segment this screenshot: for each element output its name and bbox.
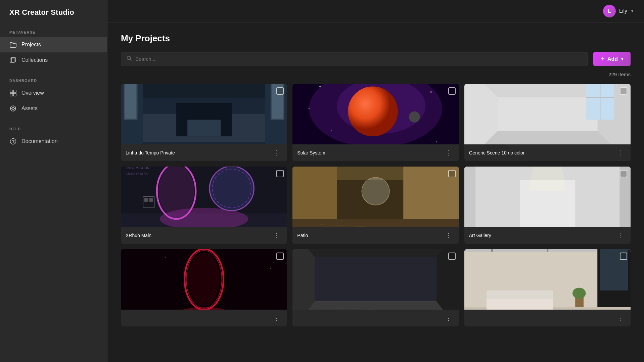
user-name: Lily	[619, 8, 627, 14]
svg-rect-0	[10, 43, 16, 47]
add-chevron-icon: ▾	[621, 57, 623, 61]
svg-marker-48	[464, 84, 498, 144]
main-content: L Lily ▾ My Projects + Add ▾	[107, 0, 644, 362]
sidebar-section-metaverse: METAVERSE	[0, 26, 107, 37]
project-card[interactable]: ⋮	[121, 249, 287, 326]
app-title: XR Creator Studio	[0, 0, 107, 26]
sidebar-section-help: HELP	[0, 123, 107, 134]
sidebar-item-collections[interactable]: Collections	[0, 52, 107, 68]
add-button-label: Add	[607, 56, 618, 62]
svg-rect-70	[292, 219, 459, 227]
svg-marker-19	[121, 84, 287, 97]
card-menu-button[interactable]: ⋮	[444, 148, 454, 157]
card-footer: XRhub Main ⋮	[121, 227, 287, 244]
folder-icon	[9, 41, 17, 48]
card-checkbox[interactable]	[276, 170, 284, 177]
card-name: Solar System	[297, 150, 325, 155]
project-card[interactable]: ⋮	[464, 249, 631, 326]
card-thumbnail	[464, 167, 631, 227]
help-icon: ?	[9, 138, 17, 145]
card-footer: ⋮	[464, 310, 631, 326]
project-card[interactable]: Solar System ⋮	[292, 84, 459, 161]
svg-point-95	[270, 268, 271, 269]
sidebar-item-documentation[interactable]: ? Documentation	[0, 134, 107, 149]
svg-point-59	[210, 167, 254, 211]
card-checkbox[interactable]	[620, 170, 627, 177]
sidebar-item-overview-label: Overview	[21, 90, 44, 96]
svg-marker-86	[528, 167, 567, 191]
project-card[interactable]: Patio ⋮	[292, 167, 459, 244]
card-menu-button[interactable]: ⋮	[272, 231, 282, 240]
card-name: Art Gallery	[469, 233, 491, 238]
card-footer: Linha do Tempo Private ⋮	[121, 144, 287, 161]
card-thumbnail	[292, 84, 459, 144]
svg-rect-27	[125, 84, 137, 119]
card-footer: Generic Scene 10 no color ⋮	[464, 144, 631, 161]
svg-rect-4	[13, 90, 16, 93]
dashboard-icon	[9, 89, 17, 97]
card-checkbox[interactable]	[276, 87, 284, 95]
svg-point-43	[348, 86, 398, 136]
svg-rect-5	[10, 93, 13, 96]
card-thumbnail	[464, 249, 631, 310]
svg-rect-3	[10, 90, 13, 93]
card-checkbox[interactable]	[276, 253, 284, 260]
card-checkbox[interactable]	[620, 253, 627, 260]
sidebar-item-collections-label: Collections	[21, 57, 48, 63]
assets-icon	[9, 105, 17, 112]
card-menu-button[interactable]: ⋮	[444, 231, 454, 240]
svg-rect-30	[187, 120, 221, 137]
projects-grid: Linha do Tempo Private ⋮	[121, 84, 631, 326]
svg-marker-99	[292, 249, 315, 310]
card-menu-button[interactable]: ⋮	[615, 314, 626, 322]
card-checkbox[interactable]	[448, 87, 456, 95]
card-name: Linha do Tempo Private	[126, 150, 175, 155]
card-menu-button[interactable]: ⋮	[615, 231, 626, 240]
card-menu-button[interactable]: ⋮	[444, 314, 454, 322]
search-bar[interactable]	[121, 52, 588, 66]
project-card[interactable]: ⋮	[292, 249, 459, 326]
card-checkbox[interactable]	[448, 170, 456, 177]
card-footer: Patio ⋮	[292, 227, 459, 244]
card-menu-button[interactable]: ⋮	[272, 314, 282, 322]
project-card[interactable]: Art Gallery ⋮	[464, 167, 631, 244]
svg-marker-98	[292, 302, 459, 310]
svg-text:METAVERSE XR: METAVERSE XR	[127, 172, 148, 175]
project-card[interactable]: Linha do Tempo Private ⋮	[121, 84, 287, 161]
search-input[interactable]	[135, 56, 582, 62]
sidebar-item-assets[interactable]: Assets	[0, 101, 107, 116]
svg-rect-64	[144, 198, 148, 202]
card-name: Patio	[297, 233, 308, 238]
svg-rect-83	[464, 167, 475, 227]
content-area: My Projects + Add ▾ 229 Items	[107, 22, 644, 362]
toolbar: + Add ▾	[121, 52, 631, 66]
svg-rect-6	[13, 93, 16, 96]
card-checkbox[interactable]	[448, 253, 456, 260]
avatar: L	[603, 5, 616, 17]
svg-rect-114	[487, 290, 553, 299]
svg-marker-100	[437, 249, 459, 310]
card-menu-button[interactable]: ⋮	[272, 148, 282, 157]
user-menu[interactable]: L Lily ▾	[603, 5, 633, 17]
sidebar-item-overview[interactable]: Overview	[0, 85, 107, 101]
card-name: XRhub Main	[126, 233, 151, 238]
header: L Lily ▾	[107, 0, 644, 22]
card-thumbnail	[292, 167, 459, 227]
svg-point-93	[165, 257, 166, 258]
sidebar-item-documentation-label: Documentation	[21, 138, 58, 144]
sidebar-item-assets-label: Assets	[21, 105, 38, 111]
search-icon	[127, 56, 132, 62]
card-footer: Art Gallery ⋮	[464, 227, 631, 244]
items-count: 229 Items	[121, 72, 631, 77]
project-card[interactable]: INFORMATION METAVERSE XR XRhub Main ⋮	[121, 167, 287, 244]
collection-icon	[9, 56, 17, 64]
project-card[interactable]: Generic Scene 10 no color ⋮	[464, 84, 631, 161]
card-menu-button[interactable]: ⋮	[615, 148, 626, 157]
card-footer: Solar System ⋮	[292, 144, 459, 161]
svg-point-73	[362, 177, 390, 205]
card-thumbnail	[464, 84, 631, 144]
card-footer: ⋮	[292, 310, 459, 326]
add-button[interactable]: + Add ▾	[593, 52, 631, 66]
sidebar-item-projects[interactable]: Projects	[0, 37, 107, 52]
card-checkbox[interactable]	[620, 87, 627, 95]
